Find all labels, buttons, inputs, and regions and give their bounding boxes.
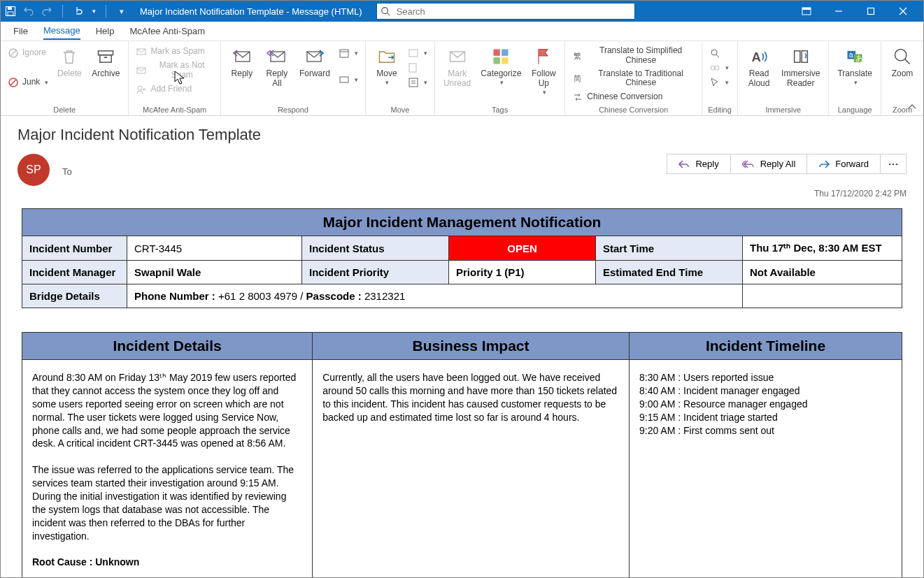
svg-text:あ: あ xyxy=(855,54,863,62)
svg-rect-16 xyxy=(100,55,111,63)
svg-rect-8 xyxy=(868,8,874,15)
menu-file[interactable]: File xyxy=(13,23,28,39)
maximize-icon[interactable] xyxy=(855,1,887,22)
translate-icon: 简 xyxy=(572,73,583,84)
junk-button[interactable]: Junk▾ xyxy=(6,76,50,89)
chinese-conversion-button[interactable]: Chinese Conversion xyxy=(571,91,696,103)
svg-rect-29 xyxy=(409,78,418,87)
collapse-ribbon-icon[interactable] xyxy=(905,101,919,113)
calendar-icon xyxy=(339,48,350,59)
reply-button[interactable]: Reply xyxy=(227,44,257,80)
group-label-move: Move xyxy=(371,104,429,114)
archive-button[interactable]: Archive xyxy=(89,44,122,80)
group-label-delete: Delete xyxy=(6,104,122,114)
meeting-button[interactable]: ▾ xyxy=(337,47,360,59)
not-spam-icon xyxy=(136,65,147,76)
svg-text:简: 简 xyxy=(574,74,581,82)
menu-help[interactable]: Help xyxy=(96,23,115,39)
mark-spam-button[interactable]: Mark as Spam xyxy=(134,45,215,58)
hdr-incident-details: Incident Details xyxy=(22,333,313,360)
svg-rect-26 xyxy=(340,77,348,82)
translate-traditional-button[interactable]: 简Translate to Traditional Chinese xyxy=(571,68,696,89)
related-button[interactable]: ▾ xyxy=(708,62,730,74)
read-aloud-button[interactable]: ARead Aloud xyxy=(744,44,774,90)
header-forward-button[interactable]: Forward xyxy=(807,154,881,174)
svg-text:A: A xyxy=(752,50,761,64)
translate-lang-icon: aあ xyxy=(844,45,866,68)
ribbon-display-icon[interactable] xyxy=(790,1,823,22)
header-reply-button[interactable]: Reply xyxy=(667,154,730,174)
rules-button[interactable]: ▾ xyxy=(406,47,429,59)
undo-icon[interactable] xyxy=(23,6,34,17)
reply-all-button[interactable]: Reply All xyxy=(262,44,292,90)
header-more-button[interactable] xyxy=(881,154,907,174)
redo-icon[interactable] xyxy=(41,6,52,17)
categorize-button[interactable]: Categorize▾ xyxy=(478,44,524,87)
group-label-mcafee: McAfee Anti-Spam xyxy=(134,104,215,114)
svg-rect-6 xyxy=(802,8,811,10)
menu-message[interactable]: Message xyxy=(43,22,80,40)
reply-all-icon xyxy=(266,45,288,68)
close-icon[interactable] xyxy=(887,1,919,22)
ribbon-group-immersive: ARead Aloud Immersive Reader Immersive xyxy=(738,41,829,115)
svg-point-3 xyxy=(381,8,388,14)
add-friend-button[interactable]: Add Friend xyxy=(134,83,215,96)
touch-mode-icon[interactable] xyxy=(73,6,84,17)
svg-rect-15 xyxy=(99,51,113,55)
search-icon xyxy=(377,6,394,16)
immersive-reader-button[interactable]: Immersive Reader xyxy=(779,44,823,90)
svg-rect-2 xyxy=(8,12,13,15)
customize-qat-icon[interactable]: ▾ xyxy=(116,6,127,17)
svg-rect-27 xyxy=(409,50,418,57)
menu-mcafee[interactable]: McAfee Anti-Spam xyxy=(129,23,205,39)
val-incident-priority: Priority 1 (P1) xyxy=(449,261,596,284)
cell-incident-timeline: 8:30 AM : Users reported issue 8:40 AM :… xyxy=(630,360,902,579)
ribbon: Ignore Junk▾ Delete Archive Delete Mark … xyxy=(1,41,923,116)
onenote-button[interactable] xyxy=(406,62,429,74)
categorize-icon xyxy=(490,45,512,68)
mark-not-spam-button[interactable]: Mark as Not Spam xyxy=(134,60,215,81)
reply-icon xyxy=(231,45,253,68)
search-input[interactable] xyxy=(394,6,634,17)
select-button[interactable]: ▾ xyxy=(708,76,730,89)
svg-rect-28 xyxy=(409,64,416,72)
val-bridge-empty xyxy=(743,284,902,308)
follow-up-button[interactable]: Follow Up▾ xyxy=(528,44,559,97)
more-icon xyxy=(339,74,350,85)
translate-button[interactable]: aあTranslate▾ xyxy=(834,44,875,87)
svg-line-14 xyxy=(10,80,16,85)
window-title: Major Incident Notification Template - M… xyxy=(140,6,362,17)
move-button[interactable]: Move▾ xyxy=(371,44,402,87)
actions-button[interactable]: ▾ xyxy=(406,76,429,89)
ignore-button[interactable]: Ignore xyxy=(6,47,50,59)
svg-point-42 xyxy=(715,66,719,70)
zoom-button[interactable]: Zoom xyxy=(887,44,918,80)
ribbon-group-chinese: 繁Translate to Simplified Chinese 简Transl… xyxy=(565,41,702,115)
group-label-editing: Editing xyxy=(708,104,732,114)
ribbon-group-tags: Mark Unread Categorize▾ Follow Up▾ Tags xyxy=(435,41,565,115)
translate-simplified-button[interactable]: 繁Translate to Simplified Chinese xyxy=(571,45,696,66)
group-label-tags: Tags xyxy=(441,104,559,114)
related-icon xyxy=(709,62,720,73)
quick-access-toolbar: ▾ ▾ xyxy=(5,5,127,17)
val-start-time: Thu 17ᵗʰ Dec, 8:30 AM EST xyxy=(743,236,902,261)
val-est-end-time: Not Available xyxy=(743,261,902,284)
zoom-icon xyxy=(891,45,914,68)
save-icon[interactable] xyxy=(5,6,16,17)
forward-button[interactable]: Forward xyxy=(297,44,333,80)
ignore-icon xyxy=(8,48,19,59)
delete-button[interactable]: Delete xyxy=(54,44,85,80)
svg-point-41 xyxy=(711,66,715,70)
convert-icon xyxy=(572,92,583,103)
find-button[interactable] xyxy=(708,47,730,59)
rules-icon xyxy=(408,48,419,59)
title-bar: ▾ ▾ Major Incident Notification Template… xyxy=(1,1,923,22)
minimize-icon[interactable] xyxy=(823,1,855,22)
header-reply-all-button[interactable]: Reply All xyxy=(731,154,808,174)
svg-text:a: a xyxy=(849,50,853,59)
mark-unread-button[interactable]: Mark Unread xyxy=(441,44,474,90)
svg-rect-34 xyxy=(502,50,508,56)
search-box[interactable] xyxy=(376,3,635,20)
more-respond-button[interactable]: ▾ xyxy=(337,73,360,86)
junk-icon xyxy=(8,77,19,88)
